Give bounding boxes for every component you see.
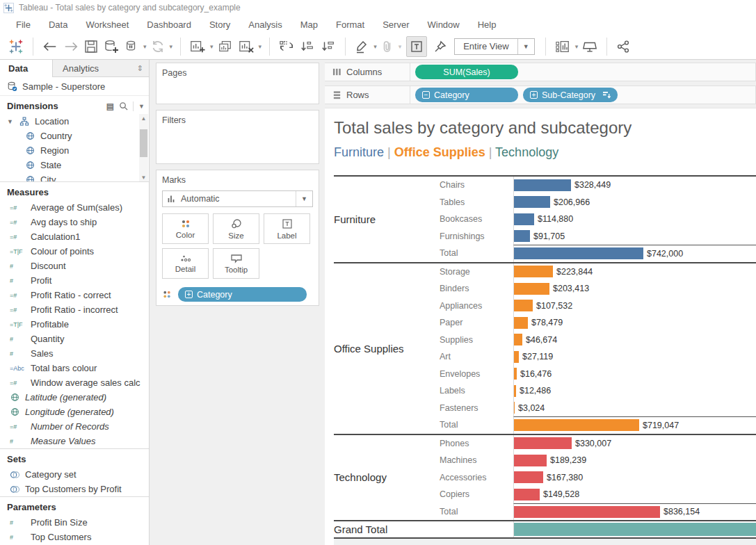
share-icon[interactable] — [613, 36, 633, 57]
clear-sheet-caret-icon[interactable]: ▾ — [257, 43, 264, 50]
show-mark-labels-button[interactable] — [406, 36, 427, 57]
sub-category-pill[interactable]: + Sub-Category — [523, 88, 618, 102]
subcategory-row-header[interactable]: Storage — [438, 263, 513, 281]
dimension-item-country[interactable]: Country — [0, 129, 149, 143]
grand-total-label[interactable]: Grand Total — [334, 521, 513, 537]
subcategory-row-header[interactable]: Fasteners — [438, 400, 513, 417]
bar-mark[interactable] — [514, 402, 515, 414]
sort-descending-icon[interactable] — [318, 36, 339, 57]
subcategory-row-header[interactable]: Total — [438, 416, 513, 434]
expand-icon[interactable]: + — [530, 91, 538, 99]
pane-control-icon[interactable]: ⇕ — [137, 64, 143, 73]
color-button[interactable]: Color — [162, 213, 209, 244]
menu-analysis[interactable]: Analysis — [239, 17, 291, 33]
show-me-icon[interactable] — [552, 36, 573, 57]
redo-icon[interactable] — [61, 36, 81, 57]
refresh-data-icon[interactable] — [148, 36, 168, 57]
parameter-top-customers[interactable]: #Top Customers — [0, 530, 149, 544]
bar-mark[interactable] — [514, 334, 522, 345]
duplicate-sheet-icon[interactable] — [215, 36, 236, 57]
measure-measure-values[interactable]: #Measure Values — [0, 434, 149, 448]
marks-category-pill[interactable]: + Category — [178, 287, 307, 302]
show-me-caret-icon[interactable]: ▾ — [574, 43, 580, 50]
size-button[interactable]: Label Size — [213, 213, 259, 244]
highlight-icon[interactable] — [352, 36, 371, 57]
measure-quantity[interactable]: #Quantity — [0, 332, 149, 346]
collapse-icon[interactable]: − — [422, 91, 430, 99]
measure-calculation1[interactable]: =#Calculation1 — [0, 229, 149, 244]
datasource-item[interactable]: Sample - Superstore — [0, 77, 149, 96]
bar-mark[interactable] — [514, 317, 528, 329]
bar-mark[interactable] — [514, 266, 553, 277]
measure-total-bars-colour[interactable]: =AbcTotal bars colour — [0, 361, 149, 375]
menu-format[interactable]: Format — [327, 17, 373, 33]
bar-mark[interactable] — [514, 385, 516, 397]
subcategory-row-header[interactable]: Machines — [438, 452, 513, 469]
subcategory-row-header[interactable]: Accessories — [438, 469, 513, 487]
clear-sheet-icon[interactable] — [236, 36, 257, 57]
bar-mark[interactable] — [514, 506, 660, 518]
group-members-icon[interactable] — [378, 36, 396, 57]
grand-total-bar[interactable] — [514, 523, 756, 536]
refresh-data-caret-icon[interactable]: ▾ — [168, 43, 175, 50]
sort-descending-badge-icon[interactable] — [602, 91, 611, 99]
bar-mark[interactable] — [514, 179, 571, 191]
swap-rows-columns-icon[interactable] — [276, 36, 297, 57]
find-field-icon[interactable] — [119, 101, 128, 111]
set-top-customers-by-profit[interactable]: Top Customers by Profit — [0, 482, 149, 496]
filters-shelf[interactable]: Filters — [156, 110, 319, 164]
dimension-item-state[interactable]: State — [0, 158, 149, 172]
bar-mark[interactable] — [514, 351, 519, 363]
label-button[interactable]: Label — [264, 213, 310, 244]
scroll-up-icon[interactable]: ▲ — [139, 114, 148, 122]
menu-window[interactable]: Window — [418, 17, 468, 33]
subcategory-row-header[interactable]: Envelopes — [438, 366, 513, 383]
measure-longitude-generated-[interactable]: Longitude (generated) — [0, 405, 149, 419]
menu-file[interactable]: File — [7, 17, 40, 33]
menu-data[interactable]: Data — [40, 17, 77, 33]
measure-avg-days-to-ship[interactable]: =#Avg days to ship — [0, 215, 149, 229]
measure-sales[interactable]: #Sales — [0, 346, 149, 361]
bar-mark[interactable] — [514, 368, 517, 380]
category-row-header[interactable]: Furniture — [334, 177, 438, 262]
chevron-down-icon[interactable]: ▼ — [7, 118, 17, 125]
sort-ascending-icon[interactable] — [297, 36, 318, 57]
measure-profitable[interactable]: =T|FProfitable — [0, 317, 149, 332]
subcategory-row-header[interactable]: Total — [438, 503, 513, 521]
bar-mark[interactable] — [514, 196, 550, 208]
subcategory-row-header[interactable]: Chairs — [438, 177, 513, 194]
bar-mark[interactable] — [514, 230, 530, 242]
subcategory-row-header[interactable]: Paper — [438, 314, 513, 332]
pause-data-caret-icon[interactable]: ▾ — [142, 43, 148, 50]
bar-mark[interactable] — [514, 213, 534, 225]
subcategory-row-header[interactable]: Bookcases — [438, 211, 513, 228]
tooltip-button[interactable]: Tooltip — [213, 248, 259, 279]
menu-dashboard[interactable]: Dashboard — [138, 17, 200, 33]
scroll-down-icon[interactable]: ▼ — [139, 173, 148, 181]
undo-icon[interactable] — [40, 36, 61, 57]
subcategory-row-header[interactable]: Furnishings — [438, 228, 513, 245]
measure-window-average-sales-calc[interactable]: =#Window average sales calc — [0, 375, 149, 390]
new-worksheet-caret-icon[interactable]: ▾ — [209, 43, 215, 50]
set-category-set[interactable]: Category set — [0, 467, 149, 482]
bar-mark[interactable] — [514, 471, 543, 483]
tableau-logo-icon[interactable] — [6, 36, 26, 57]
subcategory-row-header[interactable]: Labels — [438, 382, 513, 400]
dimension-item-city[interactable]: City — [0, 172, 149, 181]
bar-mark[interactable] — [514, 437, 572, 449]
measure-profit-ratio-correct[interactable]: =#Profit Ratio - correct — [0, 288, 149, 302]
parameter-profit-bin-size[interactable]: #Profit Bin Size — [0, 515, 149, 530]
bar-mark[interactable] — [514, 419, 639, 431]
menu-server[interactable]: Server — [373, 17, 418, 33]
bar-mark[interactable] — [514, 247, 643, 259]
bar-mark[interactable] — [514, 489, 540, 501]
bar-mark[interactable] — [514, 300, 533, 311]
presentation-mode-icon[interactable] — [579, 36, 600, 57]
measure-discount[interactable]: #Discount — [0, 259, 149, 273]
subcategory-row-header[interactable]: Phones — [438, 435, 513, 453]
subcategory-row-header[interactable]: Appliances — [438, 298, 513, 315]
measure-colour-of-points[interactable]: =T|FColour of points — [0, 244, 149, 259]
fit-selector-caret-icon[interactable]: ▼ — [517, 39, 534, 54]
subcategory-row-header[interactable]: Tables — [438, 194, 513, 211]
pause-data-updates-icon[interactable] — [122, 36, 141, 57]
